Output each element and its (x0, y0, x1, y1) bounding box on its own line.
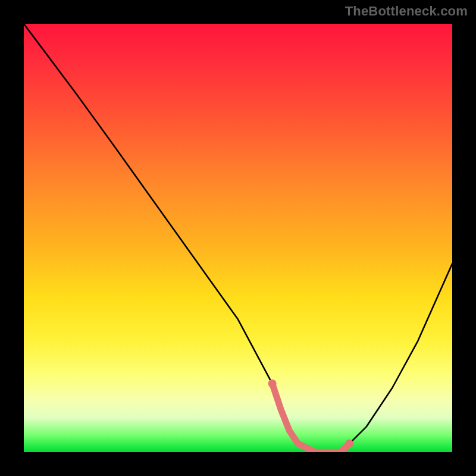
chart-svg (24, 24, 452, 452)
highlight-dot (268, 380, 277, 388)
bottleneck-curve-path (24, 24, 452, 452)
chart-frame: TheBottleneck.com (0, 0, 476, 476)
plot-area (24, 24, 452, 452)
highlight-band-path (273, 384, 350, 452)
watermark-text: TheBottleneck.com (345, 4, 468, 19)
highlight-dot (345, 440, 353, 448)
